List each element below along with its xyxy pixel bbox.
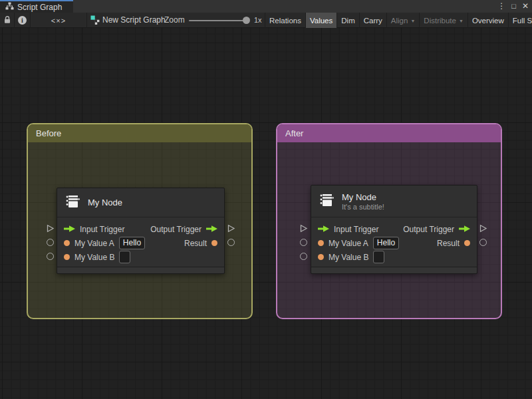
output-trigger-label: Output Trigger [150, 225, 201, 234]
node-my-node-before[interactable]: My Node Input Trigger Output Trigger [57, 188, 225, 274]
node-footer [311, 267, 477, 273]
input-trigger-label: Input Trigger [80, 225, 124, 234]
group-before-title: Before [36, 128, 61, 138]
input-trigger-label: Input Trigger [334, 225, 378, 234]
code-preview-button[interactable]: <×> [31, 13, 87, 28]
my-value-b-input[interactable] [373, 251, 384, 263]
zoom-value: 1x [254, 13, 262, 28]
my-value-a-label: My Value A [329, 239, 368, 248]
align-button[interactable]: Align ▼ [387, 13, 420, 28]
group-after-title: After [285, 128, 303, 138]
value-port-icon[interactable] [318, 254, 324, 260]
window-maximize-icon[interactable]: □ [511, 0, 516, 13]
port-row-triggers: Input Trigger Output Trigger [311, 222, 477, 236]
node-title: My Node [88, 198, 122, 207]
node-header[interactable]: My Node It's a subtitle! [311, 186, 477, 217]
graph-name-label: New Script Graph [102, 13, 166, 28]
value-port-icon[interactable] [318, 240, 324, 246]
zoom-label: Zoom [164, 13, 185, 28]
info-icon: i [18, 16, 27, 25]
outer-flow-port-icon[interactable] [46, 224, 55, 235]
window-controls: ⋮ □ ✕ [497, 0, 529, 13]
lock-icon [3, 15, 11, 26]
outer-value-port-icon[interactable] [479, 239, 487, 246]
zoom-slider-track[interactable] [189, 20, 247, 21]
tab-script-graph[interactable]: Script Graph [0, 0, 73, 13]
relations-button[interactable]: Relations [265, 13, 306, 28]
zoom-slider-handle[interactable] [243, 17, 250, 24]
lock-button[interactable] [0, 13, 15, 28]
node-title: My Node [342, 192, 384, 202]
my-value-b-input[interactable] [119, 251, 130, 263]
flow-arrow-icon[interactable] [318, 225, 329, 234]
dim-button[interactable]: Dim [337, 13, 359, 28]
unit-icon [319, 192, 336, 211]
port-row-value-b: My Value B [311, 250, 477, 264]
port-row-value-a: My Value A Hello Result [57, 236, 224, 250]
my-value-b-label: My Value B [74, 253, 114, 262]
my-value-b-label: My Value B [329, 253, 368, 262]
outer-value-port-icon[interactable] [300, 253, 307, 260]
graph-canvas[interactable]: Before After [0, 28, 532, 399]
values-button[interactable]: Values [306, 13, 337, 28]
unit-icon [65, 193, 82, 212]
output-trigger-label: Output Trigger [403, 225, 454, 234]
toolbar-left-group: i <×> [0, 13, 87, 28]
my-value-a-input[interactable]: Hello [119, 237, 145, 249]
flow-arrow-icon[interactable] [64, 225, 75, 234]
result-label: Result [437, 239, 460, 248]
distribute-button[interactable]: Distribute ▼ [420, 13, 468, 28]
outer-flow-port-icon[interactable] [227, 224, 235, 235]
group-after-header[interactable]: After [277, 124, 501, 142]
node-footer [57, 267, 224, 273]
window-menu-icon[interactable]: ⋮ [497, 0, 505, 13]
overview-button[interactable]: Overview [468, 13, 509, 28]
outer-value-port-icon[interactable] [47, 253, 54, 260]
carry-button[interactable]: Carry [360, 13, 387, 28]
port-row-triggers: Input Trigger Output Trigger [57, 222, 224, 236]
code-icon: <×> [51, 17, 66, 25]
script-graph-icon [5, 2, 14, 12]
node-my-node-after[interactable]: My Node It's a subtitle! Input Trigger O… [311, 185, 477, 274]
full-screen-button[interactable]: Full Screen [509, 13, 532, 28]
script-graph-window: Script Graph ⋮ □ ✕ i <×> [0, 0, 532, 399]
ports-section: Input Trigger Output Trigger My Value A … [57, 217, 224, 267]
outer-flow-port-icon[interactable] [479, 224, 487, 235]
graph-asset-icon [90, 15, 100, 27]
port-row-value-b: My Value B [57, 250, 224, 264]
tab-bar: Script Graph ⋮ □ ✕ [0, 0, 532, 13]
flow-arrow-icon[interactable] [206, 225, 217, 234]
outer-value-port-icon[interactable] [227, 239, 235, 246]
info-button[interactable]: i [15, 13, 31, 28]
my-value-a-label: My Value A [74, 239, 114, 248]
my-value-a-input[interactable]: Hello [373, 237, 399, 249]
value-port-icon[interactable] [64, 240, 70, 246]
outer-value-port-icon[interactable] [300, 239, 307, 246]
value-port-icon[interactable] [464, 240, 470, 246]
graph-toolbar: i <×> New Script Graph Zoom 1x [0, 13, 532, 28]
window-close-icon[interactable]: ✕ [522, 0, 529, 13]
tab-title: Script Graph [17, 3, 62, 12]
toolbar-right-group: Relations Values Dim Carry Align ▼ Distr… [265, 13, 532, 28]
outer-flow-port-icon[interactable] [299, 224, 308, 235]
node-subtitle: It's a subtitle! [342, 203, 384, 211]
value-port-icon[interactable] [64, 254, 70, 260]
toolbar-center-group: New Script Graph Zoom 1x [87, 13, 265, 28]
outer-value-port-icon[interactable] [47, 239, 54, 246]
chevron-down-icon: ▼ [410, 19, 415, 23]
result-label: Result [184, 239, 207, 248]
value-port-icon[interactable] [211, 240, 217, 246]
chevron-down-icon: ▼ [459, 19, 464, 23]
node-header[interactable]: My Node [57, 188, 224, 217]
port-row-value-a: My Value A Hello Result [311, 236, 477, 250]
flow-arrow-icon[interactable] [459, 225, 470, 234]
ports-section: Input Trigger Output Trigger My Value A … [311, 217, 477, 267]
group-before-header[interactable]: Before [28, 124, 251, 142]
